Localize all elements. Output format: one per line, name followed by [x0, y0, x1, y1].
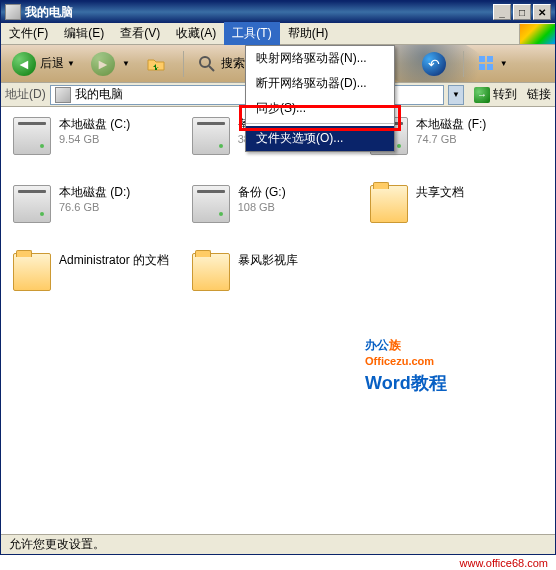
svg-point-0 [200, 57, 210, 67]
back-arrow-icon: ◄ [12, 52, 36, 76]
views-button[interactable]: ▼ [470, 49, 515, 79]
footer-url: www.office68.com [460, 557, 548, 569]
computer-icon [55, 87, 71, 103]
menu-edit[interactable]: 编辑(E) [56, 22, 112, 45]
watermark: 办公族 Officezu.com Word教程 [365, 327, 447, 395]
drive-item[interactable]: 备份 (G:)108 GB [192, 185, 365, 245]
folder-item[interactable]: 暴风影视库 [192, 253, 365, 313]
search-label: 搜索 [221, 55, 245, 72]
item-size: 74.7 GB [416, 133, 486, 145]
content-area: 本地磁盘 (C:)9.54 GB备份 (E:)38.5 GB本地磁盘 (F:)7… [1, 107, 555, 534]
map-network-drive-item[interactable]: 映射网络驱动器(N)... [246, 46, 394, 71]
item-name: 本地磁盘 (D:) [59, 185, 130, 199]
back-label: 后退 [40, 55, 64, 72]
window-title: 我的电脑 [25, 4, 493, 21]
close-button[interactable]: ✕ [533, 4, 551, 20]
drive-item[interactable]: 本地磁盘 (C:)9.54 GB [13, 117, 186, 177]
folder-icon [13, 253, 51, 291]
titlebar[interactable]: 我的电脑 _ □ ✕ [1, 1, 555, 23]
chevron-down-icon: ▼ [67, 59, 75, 68]
menu-help[interactable]: 帮助(H) [280, 22, 337, 45]
address-dropdown-button[interactable]: ▼ [448, 85, 464, 105]
drive-item[interactable]: 本地磁盘 (F:)74.7 GB [370, 117, 543, 177]
search-button[interactable]: 搜索 [190, 49, 252, 79]
tools-dropdown: 映射网络驱动器(N)... 断开网络驱动器(D)... 同步(S)... 文件夹… [245, 45, 395, 152]
forward-arrow-icon: ► [91, 52, 115, 76]
menubar: 文件(F) 编辑(E) 查看(V) 收藏(A) 工具(T) 帮助(H) 映射网络… [1, 23, 555, 45]
back-button[interactable]: ◄ 后退 ▼ [5, 49, 82, 79]
disconnect-drive-item[interactable]: 断开网络驱动器(D)... [246, 71, 394, 96]
toolbar-separator [463, 51, 464, 77]
menu-tools[interactable]: 工具(T) [224, 22, 279, 45]
drive-icon [192, 185, 230, 223]
drive-item[interactable]: 本地磁盘 (D:)76.6 GB [13, 185, 186, 245]
menu-favorites[interactable]: 收藏(A) [168, 22, 224, 45]
folder-options-item[interactable]: 文件夹选项(O)... [246, 126, 394, 151]
dropdown-separator [246, 123, 394, 124]
address-label: 地址(D) [5, 86, 46, 103]
go-label: 转到 [493, 86, 517, 103]
toolbar-separator [183, 51, 184, 77]
up-button[interactable] [139, 49, 177, 79]
views-icon [477, 54, 497, 74]
menu-view[interactable]: 查看(V) [112, 22, 168, 45]
item-name: 暴风影视库 [238, 253, 298, 267]
history-button[interactable]: ↶ [415, 49, 457, 79]
item-name: 备份 (G:) [238, 185, 286, 199]
svg-line-1 [209, 66, 214, 71]
svg-rect-2 [479, 56, 485, 62]
folder-up-icon [146, 54, 166, 74]
item-name: 共享文档 [416, 185, 464, 199]
item-name: Administrator 的文档 [59, 253, 169, 267]
item-size: 9.54 GB [59, 133, 130, 145]
go-arrow-icon: → [474, 87, 490, 103]
folder-item[interactable]: 共享文档 [370, 185, 543, 245]
footer: www.office68.com [0, 555, 556, 570]
menu-file[interactable]: 文件(F) [1, 22, 56, 45]
sync-item[interactable]: 同步(S)... [246, 96, 394, 121]
chevron-down-icon: ▼ [500, 59, 508, 68]
go-button[interactable]: → 转到 [468, 85, 523, 105]
drive-icon [13, 117, 51, 155]
statusbar: 允许您更改设置。 [1, 534, 555, 554]
maximize-button[interactable]: □ [513, 4, 531, 20]
svg-rect-4 [479, 64, 485, 70]
svg-rect-5 [487, 64, 493, 70]
chevron-down-icon: ▼ [122, 59, 130, 68]
links-label[interactable]: 链接 [527, 86, 551, 103]
forward-button[interactable]: ► ▼ [84, 49, 137, 79]
svg-rect-3 [487, 56, 493, 62]
folder-item[interactable]: Administrator 的文档 [13, 253, 186, 313]
item-name: 本地磁盘 (F:) [416, 117, 486, 131]
computer-icon [5, 4, 21, 20]
search-icon [197, 54, 217, 74]
folder-icon [370, 185, 408, 223]
minimize-button[interactable]: _ [493, 4, 511, 20]
drive-icon [192, 117, 230, 155]
item-size: 76.6 GB [59, 201, 130, 213]
history-icon: ↶ [422, 52, 446, 76]
drive-icon [13, 185, 51, 223]
my-computer-window: 我的电脑 _ □ ✕ 文件(F) 编辑(E) 查看(V) 收藏(A) 工具(T)… [0, 0, 556, 555]
item-size: 108 GB [238, 201, 286, 213]
status-text: 允许您更改设置。 [9, 536, 105, 553]
address-value: 我的电脑 [75, 86, 123, 103]
windows-logo-icon [519, 24, 555, 44]
item-name: 本地磁盘 (C:) [59, 117, 130, 131]
folder-icon [192, 253, 230, 291]
